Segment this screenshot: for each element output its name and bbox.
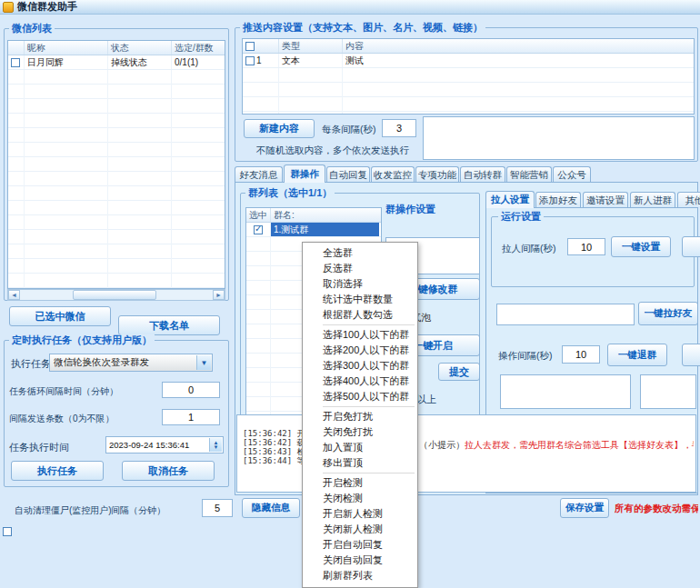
table-row[interactable]: 1.测试群 — [246, 223, 381, 237]
scrollbar-thumb[interactable] — [73, 290, 156, 300]
menu-item[interactable]: 开启免打扰 — [303, 409, 417, 424]
group-col-check: 选中 — [246, 208, 271, 222]
auto-clean-checkbox[interactable] — [3, 527, 12, 536]
loop-interval-input[interactable]: 0 — [162, 382, 220, 398]
menu-item[interactable]: 刷新群列表 — [303, 568, 417, 583]
menu-item[interactable]: 关闭检测 — [303, 491, 417, 506]
exec-task-value: 微信轮换依次登录群发 — [54, 356, 149, 369]
list-box-right[interactable] — [640, 374, 696, 409]
quit-group-button[interactable]: 一键退群 — [607, 344, 667, 366]
op-interval-input[interactable]: 10 — [562, 345, 600, 364]
chevron-down-icon[interactable]: ▼ — [196, 355, 211, 370]
pull-friend-button[interactable]: 一键拉好友 — [638, 302, 698, 325]
menu-item[interactable]: 全选群 — [303, 245, 417, 261]
submit-button[interactable]: 提交 — [438, 363, 480, 381]
content-interval-input[interactable]: 3 — [382, 119, 416, 137]
clean-interval-label: 间隔（分钟） — [111, 504, 165, 517]
menu-item[interactable]: 选择300人以下的群 — [303, 358, 417, 374]
tab-friend-message[interactable]: 好友消息 — [235, 166, 283, 183]
menu-item[interactable]: 开启自动回复 — [303, 537, 417, 553]
menu-item[interactable]: 关闭自动回复 — [303, 553, 417, 568]
menu-item[interactable]: 移出置顶 — [303, 455, 417, 471]
exec-time-picker[interactable]: 2023-09-24 15:36:41 ▲▼ — [105, 436, 224, 453]
accounts-table-header: 昵称 状态 选定/群数 — [8, 41, 225, 55]
group-table-header: 选中 群名: — [246, 208, 381, 223]
menu-item[interactable]: 开启检测 — [303, 475, 417, 491]
content-preview-box[interactable] — [423, 116, 695, 160]
grouplist-box-title: 群列表（选中1/1） — [245, 187, 335, 198]
one-key-set-button[interactable]: 一键设置 — [611, 236, 671, 257]
run-box-title: 运行设置 — [498, 211, 544, 222]
table-row[interactable]: 1 文本 测试 — [243, 54, 694, 68]
menu-item[interactable]: 加入置顶 — [303, 440, 417, 455]
menu-item[interactable]: 选择200人以下的群 — [303, 343, 417, 358]
download-list-button[interactable]: 下载名单 — [118, 315, 220, 335]
tab-auto-reply[interactable]: 自动回复 — [326, 166, 370, 183]
accounts-table: 昵称 状态 选定/群数 日月同辉 掉线状态 0/1(1) — [7, 40, 225, 289]
content-row-num: 1 — [256, 55, 262, 65]
send-count-label: 间隔发送条数（0为不限） — [9, 413, 115, 425]
save-settings-button[interactable]: 保存设置 — [560, 498, 609, 518]
accounts-hscrollbar[interactable]: ◄ ► — [7, 289, 225, 301]
group-row-name[interactable]: 1.测试群 — [271, 223, 379, 236]
list-box-left[interactable] — [500, 374, 631, 409]
menu-item[interactable]: 选择400人以下的群 — [303, 374, 417, 389]
menu-item[interactable]: 选择100人以下的群 — [303, 327, 417, 343]
scroll-right-arrow-icon[interactable]: ► — [213, 290, 225, 300]
account-status: 掉线状态 — [108, 55, 172, 69]
table-row[interactable]: 日月同辉 掉线状态 0/1(1) — [8, 55, 225, 70]
select-all-checkbox[interactable] — [245, 42, 255, 51]
subtab-add-friend[interactable]: 添加好友 — [535, 192, 581, 208]
loop-interval-label: 任务循环间隔时间（分钟） — [9, 385, 118, 398]
cancel-task-button[interactable]: 取消任务 — [122, 461, 215, 481]
selected-wechat-button[interactable]: 已选中微信 — [9, 306, 111, 326]
hide-info-button[interactable]: 隐藏信息 — [242, 498, 300, 518]
run-task-button[interactable]: 执行任务 — [11, 461, 104, 481]
new-content-button[interactable]: 新建内容 — [244, 119, 315, 138]
exec-task-select[interactable]: 微信轮换依次登录群发 ▼ — [49, 354, 213, 372]
subtab-invite-config[interactable]: 邀请设置 — [583, 192, 628, 208]
account-checkbox[interactable] — [11, 58, 20, 67]
tab-monitor[interactable]: 收发监控 — [371, 166, 415, 183]
subtab-newcomer[interactable]: 新人进群 — [630, 192, 675, 208]
content-interval-label: 每条间隔(秒) — [322, 124, 376, 136]
accounts-table-body — [8, 70, 225, 288]
app-window: 微信群发助手 微信列表 昵称 状态 选定/群数 日月同辉 掉线状态 0/1(1)… — [0, 0, 700, 588]
send-count-input[interactable]: 1 — [162, 409, 220, 425]
clipped-button[interactable] — [682, 236, 700, 257]
menu-separator — [323, 473, 415, 473]
above-text: 以上 — [416, 393, 436, 406]
menu-item[interactable]: 根据群人数勾选 — [303, 307, 417, 323]
subtab-other[interactable]: 其他 — [677, 192, 700, 208]
tab-marketing[interactable]: 智能营销 — [506, 166, 552, 183]
op-interval-label: 操作间隔(秒) — [498, 350, 553, 363]
clipped-button[interactable] — [682, 344, 700, 366]
accounts-col-nickname: 昵称 — [25, 41, 108, 55]
accounts-col-check — [8, 41, 25, 55]
group-row-checkbox[interactable] — [254, 225, 263, 234]
group-context-menu: 全选群 反选群 取消选择 统计选中群数量 根据群人数勾选 选择100人以下的群 … — [302, 242, 418, 588]
menu-separator — [323, 324, 415, 325]
menu-item[interactable]: 统计选中群数量 — [303, 292, 417, 307]
menu-item[interactable]: 取消选择 — [303, 276, 417, 292]
friend-input[interactable] — [496, 304, 635, 325]
tab-auto-forward[interactable]: 自动转群 — [460, 166, 505, 183]
content-row-checkbox[interactable] — [245, 56, 255, 65]
scroll-left-arrow-icon[interactable]: ◄ — [8, 290, 20, 300]
menu-item[interactable]: 开启新人检测 — [303, 506, 417, 522]
spinner-icon[interactable]: ▲▼ — [209, 438, 222, 452]
tab-official-account[interactable]: 公众号 — [553, 166, 591, 183]
subtab-invite-settings[interactable]: 拉人设置 — [485, 191, 535, 208]
tab-group-operation[interactable]: 群操作 — [284, 164, 325, 183]
exec-task-label: 执行任务 — [11, 357, 51, 371]
pull-interval-input[interactable]: 10 — [567, 238, 605, 255]
menu-item[interactable]: 反选群 — [303, 261, 417, 276]
menu-item[interactable]: 关闭免打扰 — [303, 424, 417, 440]
app-icon — [3, 2, 14, 13]
clean-interval-input[interactable]: 5 — [202, 499, 233, 517]
log-tip-text: 拉人去群发，需先用群名综合筛选工具【选择好友表】，半分钟后再设置 — [465, 440, 694, 450]
menu-item[interactable]: 关闭新人检测 — [303, 522, 417, 537]
tab-special[interactable]: 专项功能 — [415, 166, 459, 183]
menu-item[interactable]: 选择500人以下的群 — [303, 389, 417, 404]
group-op-label: 群操作设置 — [385, 203, 435, 216]
